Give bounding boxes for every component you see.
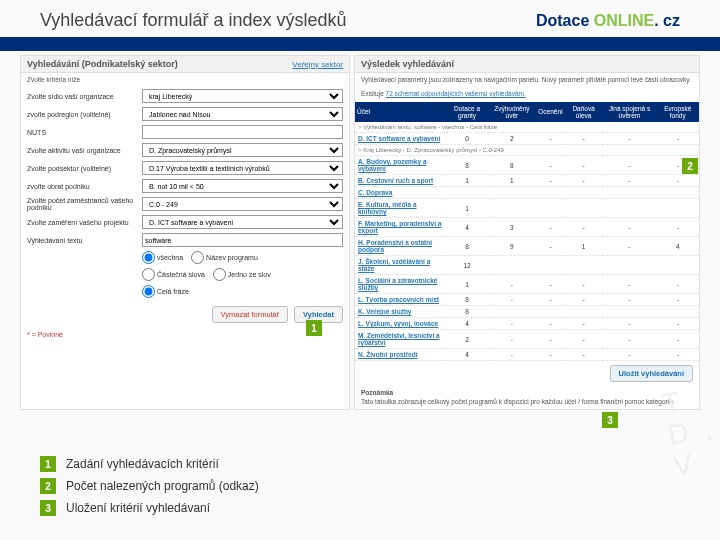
cell-value: -: [656, 294, 699, 306]
notes-title: Poznámka: [361, 389, 393, 396]
category-link[interactable]: D. ICT software a vybavení: [358, 135, 440, 142]
cell-value: -: [602, 330, 656, 349]
cell-value: [602, 187, 656, 199]
slide-header: Vyhledávací formulář a index výsledků Do…: [0, 0, 720, 37]
legend-text-2: Počet nalezených programů (odkaz): [66, 479, 259, 493]
category-link[interactable]: B. Cestovní ruch a sport: [358, 177, 433, 184]
cell-value: -: [536, 294, 565, 306]
col-header: Daňová úleva: [565, 102, 603, 122]
cell-value: -: [565, 218, 603, 237]
cell-value: [602, 256, 656, 275]
cell-value: 8: [488, 156, 537, 175]
cell-value: [488, 187, 537, 199]
legend-num-2: 2: [40, 478, 56, 494]
group-heading: > Vyhledávání textu: software - všechna …: [355, 122, 699, 133]
cell-value: [536, 187, 565, 199]
label-zamestnanci: Zvolte počet zaměstnanců vašeho podniku: [27, 197, 142, 211]
table-row: N. Životní prostředí4-----: [355, 349, 699, 361]
page-title: Vyhledávací formulář a index výsledků: [40, 10, 346, 31]
cell-value: 4: [447, 318, 488, 330]
col-header: Dotace a granty: [447, 102, 488, 122]
select-podsektor[interactable]: D.17 Výroba textilií a textilních výrobk…: [142, 161, 343, 175]
label-podsektor: Zvolte podsektor (volitelné): [27, 165, 142, 172]
category-link[interactable]: C. Doprava: [358, 189, 392, 196]
cell-value: [656, 306, 699, 318]
radio-nazev[interactable]: [191, 251, 204, 264]
cell-value: 2: [488, 133, 537, 145]
select-aktivita[interactable]: D. Zpracovatelský průmysl: [142, 143, 343, 157]
cell-value: 0: [447, 133, 488, 145]
cell-value: [536, 256, 565, 275]
category-link[interactable]: A. Budovy, pozemky a vybavení: [358, 158, 427, 172]
col-header: Účel: [355, 102, 447, 122]
cell-value: -: [536, 237, 565, 256]
label-text: Vyhledávání textu: [27, 237, 142, 244]
radio-jedno[interactable]: [213, 268, 226, 281]
col-header: Jiná spojená s úvěrem: [602, 102, 656, 122]
cell-value: -: [602, 275, 656, 294]
cell-value: -: [656, 318, 699, 330]
table-row: M. Zemědělství, lesnictví a rybářství2--…: [355, 330, 699, 349]
cell-value: [602, 199, 656, 218]
notes-text: Tato tabulka zobrazuje celkový počet pro…: [361, 398, 675, 405]
results-table: ÚčelDotace a grantyZvýhodněný úvěrOceněn…: [355, 102, 699, 361]
cell-value: -: [602, 294, 656, 306]
table-row: E. Kultura, média a knihovny1: [355, 199, 699, 218]
radio-scope: všechna Název programu: [142, 251, 343, 264]
category-link[interactable]: J. Školení, vzdělávání a stáže: [358, 258, 430, 272]
cell-value: -: [602, 237, 656, 256]
select-podregion[interactable]: Jablonec nad Nisou: [142, 107, 343, 121]
category-link[interactable]: M. Zemědělství, lesnictví a rybářství: [358, 332, 440, 346]
category-link[interactable]: F. Marketing, poradenství a export: [358, 220, 441, 234]
category-link[interactable]: K. Veřejné služby: [358, 308, 411, 315]
input-text[interactable]: [142, 233, 343, 247]
label-zamereni: Zvolte zaměření vašeho projektu: [27, 219, 142, 226]
category-link[interactable]: E. Kultura, média a knihovny: [358, 201, 417, 215]
search-form-subtitle: Zvolte kritéria níže: [21, 73, 349, 87]
legend-text-1: Zadání vyhledávacích kritérií: [66, 457, 219, 471]
select-obrat[interactable]: B. not 10 mil < 50: [142, 179, 343, 193]
radio-cast[interactable]: [142, 268, 155, 281]
legend-text-3: Uložení kritérií vyhledávaní: [66, 501, 210, 515]
cell-value: [447, 187, 488, 199]
cell-value: -: [565, 175, 603, 187]
cell-value: 4: [447, 349, 488, 361]
cell-value: 1: [447, 175, 488, 187]
select-zamereni[interactable]: D. ICT software a vybavení: [142, 215, 343, 229]
radio-vsechna[interactable]: [142, 251, 155, 264]
save-search-button[interactable]: Uložit vyhledávání: [610, 365, 693, 382]
cell-value: 8: [447, 306, 488, 318]
select-zamestnanci[interactable]: C.0 - 249: [142, 197, 343, 211]
cell-value: -: [536, 156, 565, 175]
callout-marker-2: 2: [682, 158, 698, 174]
input-nuts[interactable]: [142, 125, 343, 139]
radio-fraze[interactable]: [142, 285, 155, 298]
cell-value: 1: [447, 199, 488, 218]
category-link[interactable]: N. Životní prostředí: [358, 351, 418, 358]
results-title: Výsledek vyhledávání: [361, 59, 454, 69]
category-link[interactable]: H. Poradenství a ostatní podpora: [358, 239, 432, 253]
category-link[interactable]: L. Výzkum, vývoj, inovace: [358, 320, 438, 327]
category-link[interactable]: L. Sociální a zdravotnické služby: [358, 277, 437, 291]
public-sector-link[interactable]: Veřejný sektor: [292, 60, 343, 69]
table-row: H. Poradenství a ostatní podpora89-1-4: [355, 237, 699, 256]
cell-value: -: [656, 175, 699, 187]
cell-value: [536, 306, 565, 318]
callout-marker-1: 1: [306, 320, 322, 336]
table-row: L. Tvorba pracovních míst8-----: [355, 294, 699, 306]
table-row: A. Budovy, pozemky a vybavení88----: [355, 156, 699, 175]
category-link[interactable]: L. Tvorba pracovních míst: [358, 296, 439, 303]
label-sidlo: Zvolte sídlo vaší organizace: [27, 93, 142, 100]
cell-value: -: [602, 349, 656, 361]
legend-num-3: 3: [40, 500, 56, 516]
table-row: L. Výzkum, vývoj, inovace4-----: [355, 318, 699, 330]
schema-count-link[interactable]: 72 schémat odpovídajících vašemu vyhledá…: [386, 90, 526, 97]
clear-button[interactable]: Vymazat formulář: [212, 306, 289, 323]
cell-value: 4: [447, 218, 488, 237]
select-sidlo[interactable]: kraj Liberecký: [142, 89, 343, 103]
cell-value: -: [656, 133, 699, 145]
cell-value: -: [488, 275, 537, 294]
group-heading: > Kraj Liberecký - D. Zpracovatelský prů…: [355, 145, 699, 156]
cell-value: 3: [488, 218, 537, 237]
table-row: B. Cestovní ruch a sport11----: [355, 175, 699, 187]
